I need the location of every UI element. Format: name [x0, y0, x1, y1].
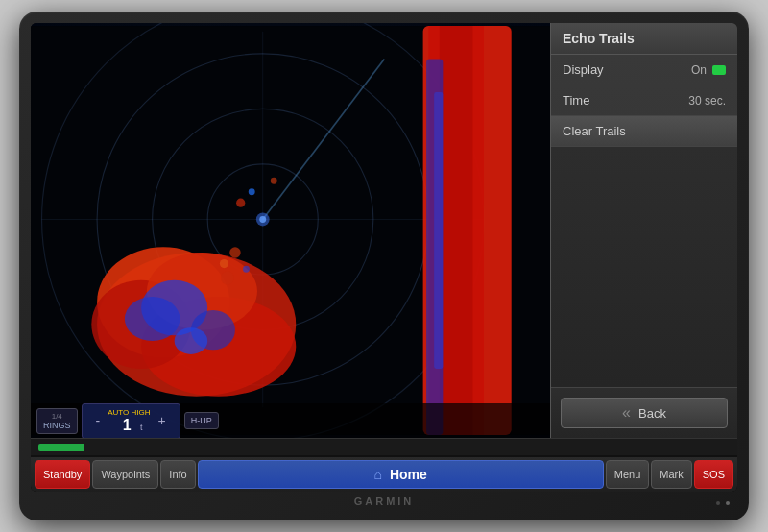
waypoints-button[interactable]: Waypoints [92, 460, 158, 489]
dot-2 [726, 501, 730, 505]
home-icon: ⌂ [374, 467, 382, 482]
screen: 1/4 RINGS - AUTO HIGH 1 t + [31, 23, 737, 492]
back-button[interactable]: « Back [561, 398, 728, 428]
echo-trails-panel: Echo Trails Display On Time 30 sec. [550, 23, 737, 438]
clear-trails-button[interactable]: Clear Trails [551, 116, 737, 147]
menu-button[interactable]: Menu [606, 460, 650, 489]
status-bar [31, 438, 737, 455]
panel-title: Echo Trails [551, 23, 737, 55]
info-button[interactable]: Info [160, 460, 195, 489]
range-decrease-button[interactable]: - [92, 413, 105, 428]
mark-button[interactable]: Mark [651, 460, 691, 489]
radar-info-bar: 1/4 RINGS - AUTO HIGH 1 t + [31, 403, 550, 438]
svg-point-28 [271, 178, 277, 184]
heading-button[interactable]: H-UP [184, 412, 219, 429]
display-label: Display [563, 62, 604, 77]
svg-rect-25 [434, 92, 443, 369]
heading-label: H-UP [191, 416, 212, 425]
back-label: Back [638, 406, 666, 421]
auto-high-label: AUTO HIGH [108, 408, 150, 417]
radar-panel: 1/4 RINGS - AUTO HIGH 1 t + [31, 23, 550, 438]
sos-button[interactable]: SOS [694, 460, 733, 489]
time-label: Time [563, 93, 589, 108]
svg-point-26 [249, 188, 255, 195]
svg-point-30 [259, 216, 266, 223]
on-indicator [712, 65, 726, 75]
main-content: 1/4 RINGS - AUTO HIGH 1 t + [31, 23, 737, 438]
display-row[interactable]: Display On [551, 55, 737, 85]
device-frame: 1/4 RINGS - AUTO HIGH 1 t + [19, 12, 749, 520]
range-unit: t [140, 423, 143, 432]
svg-point-18 [220, 259, 228, 268]
svg-point-17 [229, 247, 241, 258]
device-indicators [716, 501, 730, 505]
range-increase-button[interactable]: + [155, 413, 170, 428]
display-value: On [691, 63, 726, 77]
nav-bar: Standby Waypoints Info ⌂ Home Menu Mark … [31, 455, 737, 492]
svg-point-19 [243, 266, 250, 273]
time-row[interactable]: Time 30 sec. [551, 85, 737, 116]
range-control: - AUTO HIGH 1 t + [82, 403, 180, 439]
dot-1 [716, 501, 720, 505]
rings-info: 1/4 RINGS [36, 408, 78, 434]
home-label: Home [390, 467, 427, 482]
signal-indicator [38, 444, 115, 451]
range-display-label: 1/4 [52, 412, 62, 421]
echo-radar-display [31, 23, 550, 438]
back-arrow-icon: « [622, 404, 631, 422]
svg-point-16 [175, 327, 208, 354]
svg-rect-23 [440, 26, 473, 435]
svg-point-27 [236, 199, 245, 207]
svg-point-15 [125, 297, 180, 341]
panel-spacer [551, 147, 737, 387]
standby-button[interactable]: Standby [35, 460, 90, 489]
home-button[interactable]: ⌂ Home [198, 460, 604, 489]
range-value: 1 [115, 417, 138, 434]
brand-label: GARMIN [354, 492, 415, 509]
time-value: 30 sec. [688, 94, 726, 108]
rings-label: RINGS [43, 421, 71, 430]
svg-point-20 [221, 272, 234, 285]
back-section: « Back [551, 387, 737, 438]
